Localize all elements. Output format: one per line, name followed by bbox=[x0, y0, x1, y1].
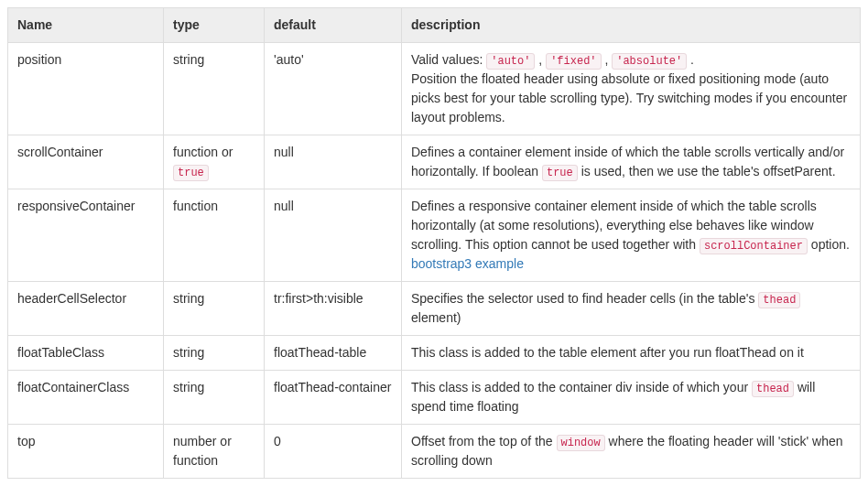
column-header-name: Name bbox=[8, 8, 164, 43]
code-literal: window bbox=[557, 435, 605, 451]
cell-name: responsiveContainer bbox=[8, 189, 164, 282]
table-row: responsiveContainer function null Define… bbox=[8, 189, 861, 282]
cell-description: Specifies the selector used to find head… bbox=[402, 282, 861, 336]
desc-text: is used, then we use the table's offsetP… bbox=[578, 164, 836, 178]
table-header-row: Name type default description bbox=[8, 8, 861, 43]
cell-description: Defines a responsive container element i… bbox=[402, 189, 861, 282]
cell-description: This class is added to the table element… bbox=[402, 336, 861, 371]
desc-text: element) bbox=[411, 310, 461, 325]
cell-default: 0 bbox=[265, 425, 402, 479]
cell-default: null bbox=[265, 189, 402, 282]
table-row: position string 'auto' Valid values: 'au… bbox=[8, 43, 861, 135]
cell-type: number or function bbox=[164, 425, 265, 479]
code-literal: 'fixed' bbox=[546, 53, 601, 70]
table-row: top number or function 0 Offset from the… bbox=[8, 425, 861, 479]
cell-default: floatThead-container bbox=[265, 371, 402, 425]
desc-text: option. bbox=[808, 237, 850, 252]
cell-description: Offset from the top of the window where … bbox=[402, 425, 861, 479]
cell-type: string bbox=[164, 282, 265, 336]
code-literal: thead bbox=[758, 292, 800, 308]
code-literal: thead bbox=[752, 381, 794, 397]
cell-name: headerCellSelector bbox=[8, 282, 164, 336]
cell-type: string bbox=[164, 336, 265, 371]
cell-description: Valid values: 'auto' , 'fixed' , 'absolu… bbox=[402, 43, 861, 135]
cell-description: This class is added to the container div… bbox=[402, 371, 861, 425]
cell-name: position bbox=[8, 43, 164, 135]
bootstrap3-example-link[interactable]: bootstrap3 example bbox=[411, 256, 524, 271]
cell-name: floatTableClass bbox=[8, 336, 164, 371]
cell-type: string bbox=[164, 43, 265, 135]
code-literal: 'auto' bbox=[486, 53, 535, 70]
table-row: headerCellSelector string tr:first>th:vi… bbox=[8, 282, 861, 336]
code-literal: true bbox=[173, 165, 209, 181]
cell-default: null bbox=[265, 135, 402, 189]
desc-text: Valid values: bbox=[411, 52, 486, 67]
desc-text: Position the floated header using absolu… bbox=[411, 71, 847, 124]
cell-type: string bbox=[164, 371, 265, 425]
options-table: Name type default description position s… bbox=[7, 7, 861, 479]
cell-type: function or true bbox=[164, 135, 265, 189]
desc-text: , bbox=[535, 52, 546, 67]
column-header-description: description bbox=[402, 8, 861, 43]
desc-text: . bbox=[687, 52, 694, 67]
cell-name: floatContainerClass bbox=[8, 371, 164, 425]
cell-default: 'auto' bbox=[265, 43, 402, 135]
cell-default: floatThead-table bbox=[265, 336, 402, 371]
table-row: scrollContainer function or true null De… bbox=[8, 135, 861, 189]
desc-text: This class is added to the container div… bbox=[411, 380, 752, 394]
column-header-type: type bbox=[164, 8, 265, 43]
cell-default: tr:first>th:visible bbox=[265, 282, 402, 336]
code-literal: true bbox=[542, 165, 578, 181]
cell-name: scrollContainer bbox=[8, 135, 164, 189]
desc-text: , bbox=[602, 52, 613, 67]
table-row: floatTableClass string floatThead-table … bbox=[8, 336, 861, 371]
column-header-default: default bbox=[265, 8, 402, 43]
code-literal: scrollContainer bbox=[700, 238, 808, 254]
desc-text: Offset from the top of the bbox=[411, 434, 557, 448]
cell-description: Defines a container element inside of wh… bbox=[402, 135, 861, 189]
code-literal: 'absolute' bbox=[612, 53, 687, 70]
table-row: floatContainerClass string floatThead-co… bbox=[8, 371, 861, 425]
type-text: function or bbox=[173, 145, 233, 159]
cell-type: function bbox=[164, 189, 265, 282]
desc-text: Specifies the selector used to find head… bbox=[411, 291, 758, 306]
cell-name: top bbox=[8, 425, 164, 479]
